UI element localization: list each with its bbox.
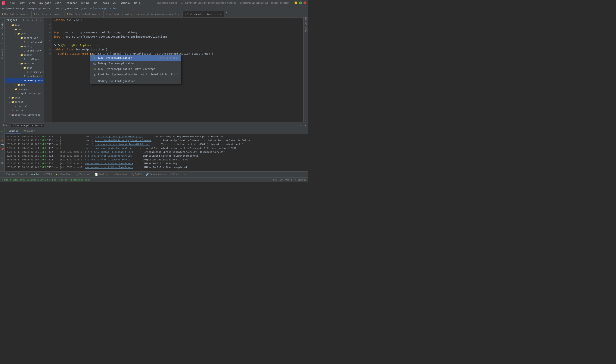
bottom-tab-terminal[interactable]: ⬛ Terminal bbox=[74, 172, 93, 177]
console-tab-actuator[interactable]: Actuator bbox=[21, 129, 37, 133]
locate-button[interactable]: ⊕ bbox=[22, 18, 25, 22]
tab-pomxml[interactable]: m pom.xml (equipment-manage) ✕ bbox=[135, 11, 183, 17]
tree-service[interactable]: ▾ 📁 service bbox=[5, 61, 44, 65]
encoding[interactable]: UTF-8 bbox=[285, 178, 292, 181]
tab-close-pomxml[interactable]: ✕ bbox=[177, 13, 180, 16]
menu-vcs[interactable]: VCS bbox=[111, 1, 119, 5]
menu-refactor[interactable]: Refactor bbox=[63, 1, 79, 5]
database-icon[interactable]: Database bbox=[304, 18, 308, 22]
tree-com[interactable]: ▾ 📁 com bbox=[5, 27, 44, 31]
tab-close-appyml[interactable]: ✕ bbox=[130, 13, 133, 16]
sidebar-project-tab[interactable]: Project bbox=[1, 18, 4, 31]
menu-navigate[interactable]: Navigate bbox=[37, 1, 53, 5]
sidebar-structure-tab[interactable]: Structure bbox=[1, 31, 4, 46]
maximize-button[interactable]: □ bbox=[299, 1, 302, 4]
tab-userentity[interactable]: C UserEntity.java ✕ bbox=[0, 11, 32, 17]
ctx-profile[interactable]: Profile 'SystemApplication' with 'Intell… bbox=[90, 72, 181, 77]
ctx-modify-run[interactable]: Modify Run Configuration... bbox=[90, 78, 181, 84]
breadcrumb-systemapplication[interactable]: ⚙ SystemApplication bbox=[90, 7, 117, 10]
console-output[interactable]: 2023-03-17 00:32:51.911 INFO 7412 --- [ … bbox=[5, 134, 308, 171]
tree-pom[interactable]: m pom.xml bbox=[5, 108, 44, 113]
tree-entity[interactable]: ▾ 📁 entity bbox=[5, 44, 44, 49]
breadcrumb-main[interactable]: main bbox=[56, 7, 62, 10]
tree-usercontroller[interactable]: C UserController bbox=[5, 40, 44, 44]
bottom-tab-dependencies[interactable]: 🔗 Dependencies bbox=[144, 172, 168, 177]
tree-systemapplication[interactable]: ⚙ SystemApplication bbox=[5, 78, 44, 83]
tab-close-userentity[interactable]: ✕ bbox=[26, 13, 29, 16]
tree-yuan[interactable]: ▾ 📁 yuan bbox=[5, 31, 44, 36]
line-endings[interactable]: LF bbox=[280, 178, 283, 181]
stop-button[interactable]: ■ bbox=[0, 138, 4, 142]
breadcrumb-equipment-manage[interactable]: equipment-manage bbox=[2, 7, 24, 10]
collapse-all-button[interactable]: ≡ bbox=[26, 18, 29, 22]
tree-impl[interactable]: ▾ 📁 impl bbox=[5, 65, 44, 70]
menu-file[interactable]: File bbox=[7, 1, 16, 5]
bottom-tab-services[interactable]: ⚙ Services bbox=[112, 172, 129, 177]
ctx-run[interactable]: Run 'SystemApplication' Ctrl+Shift+F10 bbox=[90, 55, 181, 61]
tree-userentity[interactable]: C UserEntity bbox=[5, 49, 44, 53]
tree-appyml[interactable]: Y application.yml bbox=[5, 91, 44, 95]
run-settings-button[interactable]: ⚙ bbox=[299, 124, 303, 127]
tab-userserviceimpl[interactable]: C UserServiceImpl.java ✕ bbox=[65, 11, 104, 17]
close-panel-button[interactable]: ✕ bbox=[39, 18, 42, 22]
run-tab-systemapp[interactable]: ⚙ SystemApplication ✕ bbox=[11, 123, 44, 127]
tree-java[interactable]: ▾ 📁 java bbox=[5, 23, 44, 27]
layout-button[interactable]: ⊞ bbox=[0, 156, 4, 160]
menu-build[interactable]: Build bbox=[79, 1, 90, 5]
tabs-extra[interactable]: ≡ bbox=[303, 11, 308, 17]
menu-view[interactable]: View bbox=[27, 1, 37, 5]
tree-userserviceimpl[interactable]: C UserServiceImpl bbox=[5, 70, 44, 74]
tab-userservice[interactable]: I UserService.java ✕ bbox=[32, 11, 65, 17]
tree-userservice[interactable]: I UserService bbox=[5, 74, 44, 78]
breadcrumb-java[interactable]: java bbox=[65, 7, 71, 10]
breadcrumb-com[interactable]: com bbox=[74, 7, 78, 10]
run-minimize-button[interactable]: — bbox=[304, 124, 307, 127]
tree-usermapper[interactable]: I UserMapper bbox=[5, 57, 44, 61]
breadcrumb-src[interactable]: src bbox=[49, 7, 53, 10]
menu-edit[interactable]: Edit bbox=[17, 1, 27, 5]
close-button[interactable]: ✕ bbox=[304, 1, 306, 4]
tree-controller[interactable]: ▾ 📁 controller bbox=[5, 36, 44, 40]
maven-icon[interactable]: Maven bbox=[304, 27, 308, 31]
bottom-tab-problems[interactable]: ⚠ Problems bbox=[54, 172, 74, 177]
tabs-overflow[interactable]: ▾ bbox=[224, 11, 229, 17]
menu-help[interactable]: Help bbox=[133, 1, 142, 5]
tab-close-userserviceimpl[interactable]: ✕ bbox=[98, 13, 101, 16]
scroll-down-button[interactable]: ↓ bbox=[0, 134, 4, 138]
breadcrumb-manage-system[interactable]: manage-system bbox=[27, 7, 46, 10]
sort-button[interactable]: ⇅ bbox=[30, 18, 34, 22]
menu-code[interactable]: Code bbox=[53, 1, 63, 5]
menu-run[interactable]: Run bbox=[91, 1, 99, 5]
tree-target[interactable]: ▶ 📁 target bbox=[5, 100, 44, 104]
run-tab-close[interactable]: ✕ bbox=[41, 124, 42, 127]
console-tab-console[interactable]: Console bbox=[6, 129, 21, 133]
bottom-tab-versioncontrol[interactable]: ⎇ Version Control bbox=[1, 172, 29, 177]
indent-info[interactable]: 4 spaces bbox=[295, 178, 306, 181]
tree-org[interactable]: ▶ 📁 org bbox=[5, 83, 44, 87]
settings-button[interactable]: ≡ bbox=[0, 152, 4, 156]
ctx-run-coverage[interactable]: Run 'SystemApplication' with Coverage bbox=[90, 66, 181, 72]
tree-mapper[interactable]: ▾ 📁 mapper bbox=[5, 53, 44, 57]
tree-test[interactable]: ▶ 📁 test bbox=[5, 95, 44, 100]
bottom-tab-run[interactable]: ▶ Run bbox=[29, 172, 42, 177]
tree-pom-equipment[interactable]: m pom.xml bbox=[5, 104, 44, 108]
restart-button[interactable]: ↺ bbox=[0, 129, 4, 133]
pin-button[interactable]: 📌 bbox=[0, 147, 4, 151]
bottom-tab-todo[interactable]: ✓ TODO bbox=[42, 172, 54, 177]
breadcrumb-yuan[interactable]: yuan bbox=[81, 7, 87, 10]
minimize-button[interactable]: — bbox=[295, 1, 297, 4]
menu-tools[interactable]: Tools bbox=[99, 1, 110, 5]
tree-resources[interactable]: ▾ 📁 resources bbox=[5, 87, 44, 91]
tab-close-systemapp[interactable]: ✕ bbox=[219, 13, 222, 16]
ctx-debug[interactable]: Debug 'SystemApplication' bbox=[90, 61, 181, 66]
tab-applicationyml[interactable]: Y application.yml ✕ bbox=[104, 11, 135, 17]
tree-external-libraries[interactable]: ▶ 📚 External Libraries bbox=[5, 113, 44, 117]
camera-button[interactable]: 📷 bbox=[0, 143, 4, 146]
settings-button[interactable]: ⚙ bbox=[35, 18, 38, 22]
bottom-tab-profiler[interactable]: 📊 Profiler bbox=[93, 172, 112, 177]
bottom-tab-endpoints[interactable]: ⊹ Endpoints bbox=[169, 172, 188, 177]
trash-button[interactable]: 🗑 bbox=[0, 161, 4, 165]
cursor-position[interactable]: 9:2 bbox=[273, 178, 277, 181]
sidebar-bookmarks-tab[interactable]: Bookmarks bbox=[1, 46, 4, 61]
menu-window[interactable]: Window bbox=[120, 1, 132, 5]
